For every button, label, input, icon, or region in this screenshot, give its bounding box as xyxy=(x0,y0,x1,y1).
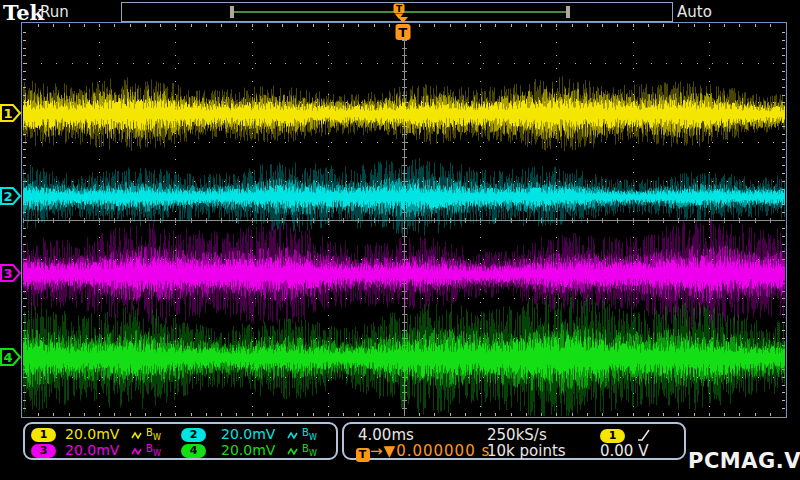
channel-3-icons: BW xyxy=(131,443,161,460)
rising-edge-icon xyxy=(636,428,652,443)
channel-4-marker-label: 4 xyxy=(3,349,12,364)
trigger-caret-icon: ▼ xyxy=(384,442,397,460)
channel-1-position-marker[interactable]: 1 xyxy=(0,102,22,124)
trigger-source-oval: 1 xyxy=(600,429,625,443)
trigger-arrow-icon: → xyxy=(370,442,384,460)
channel-3-marker-label: 3 xyxy=(3,266,12,281)
waveform-canvas xyxy=(23,24,785,416)
ac-coupling-icon xyxy=(287,446,300,457)
oscilloscope-screen: Tek Run T Auto T 1 2 3 4 1 20 xyxy=(0,0,800,480)
trigger-position-readout: T→▼0.000000 s xyxy=(356,443,490,462)
trigger-position-flag[interactable]: T xyxy=(394,16,412,43)
channel-4-badge: 4 xyxy=(181,443,206,458)
watermark: PCMAG.VN xyxy=(688,449,800,473)
channel-4-oval: 4 xyxy=(181,444,206,458)
channel-3-scale: 20.0mV xyxy=(65,443,119,458)
acquisition-run-status: Run xyxy=(40,3,69,21)
graticule xyxy=(21,22,787,418)
trigger-marker-label: T xyxy=(396,4,403,14)
record-view-bracket-right[interactable] xyxy=(566,6,570,18)
channel-2-oval: 2 xyxy=(181,428,206,442)
channel-2-badge: 2 xyxy=(181,427,206,442)
timebase-readout: 4.00ms xyxy=(358,427,414,443)
record-length-readout: 10k points xyxy=(487,443,566,459)
channel-1-marker-label: 1 xyxy=(3,106,12,121)
channel-1-badge: 1 xyxy=(31,427,56,442)
channel-4-scale: 20.0mV xyxy=(221,443,275,458)
trigger-position-value: 0.000000 s xyxy=(396,442,490,460)
channel-3-oval: 3 xyxy=(31,444,56,458)
channel-4-position-marker[interactable]: 4 xyxy=(0,346,22,368)
channel-1-scale: 20.0mV xyxy=(65,427,119,442)
bandwidth-limit-icon: B xyxy=(302,443,309,454)
sample-rate-readout: 250kS/s xyxy=(487,427,547,443)
channel-3-badge: 3 xyxy=(31,443,56,458)
bandwidth-limit-icon: B xyxy=(302,427,309,438)
channel-2-scale: 20.0mV xyxy=(221,427,275,442)
trigger-level-readout: 0.00 V xyxy=(600,443,648,459)
trigger-t-badge: T xyxy=(356,448,370,462)
channel-4-icons: BW xyxy=(287,443,317,460)
bandwidth-limit-icon: B xyxy=(146,427,153,438)
trigger-source-slope: 1 xyxy=(600,427,652,443)
ac-coupling-icon xyxy=(131,430,144,441)
ac-coupling-icon xyxy=(131,446,144,457)
trigger-mode-label: Auto xyxy=(677,3,712,21)
trigger-flag-label: T xyxy=(399,25,408,40)
channel-3-position-marker[interactable]: 3 xyxy=(0,262,22,284)
ac-coupling-icon xyxy=(287,430,300,441)
record-view-bracket-left[interactable] xyxy=(230,6,234,18)
bandwidth-limit-icon: B xyxy=(146,443,153,454)
channel-2-position-marker[interactable]: 2 xyxy=(0,185,22,207)
channel-2-marker-label: 2 xyxy=(3,188,12,203)
horizontal-trigger-readout-box: 4.00ms 250kS/s 1 T→▼0.000000 s 10k point… xyxy=(342,422,686,460)
channel-readout-box: 1 20.0mV BW 2 20.0mV BW 3 20.0mV BW 4 20… xyxy=(23,422,338,460)
channel-1-oval: 1 xyxy=(31,428,56,442)
